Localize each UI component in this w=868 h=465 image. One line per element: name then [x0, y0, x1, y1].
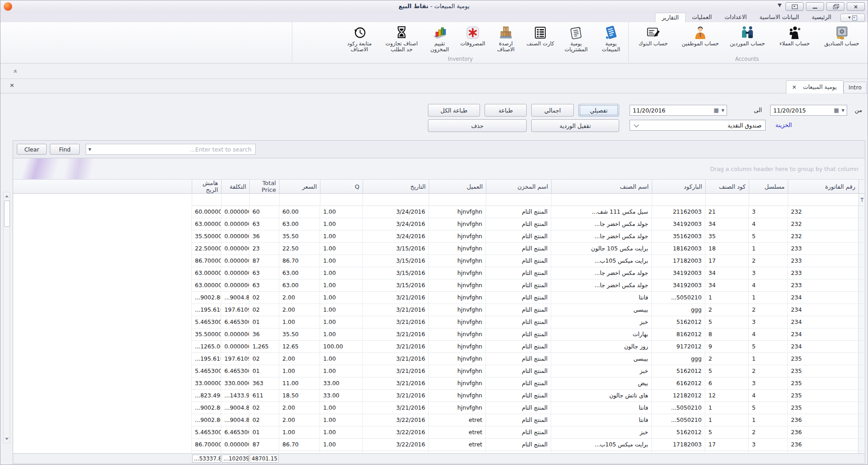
- restore-button[interactable]: [826, 2, 844, 11]
- filter-cell-price[interactable]: [279, 194, 320, 206]
- cell-date: 3/21/2016: [362, 292, 428, 304]
- close-shift-button[interactable]: تقفيل الوردية: [531, 119, 619, 132]
- table-row[interactable]: 23611...5050210فانتاالمنتج التامetret3/2…: [13, 414, 865, 426]
- ribbon-button-suppliers[interactable]: حساب الموردين: [724, 24, 771, 54]
- table-row[interactable]: 23343434192003جولد مكس اخضر جا...المنتج …: [13, 279, 865, 292]
- collapse-panel-icon[interactable]: «: [11, 67, 19, 75]
- ribbon-button-label: اصناف تجازوت حد الطلب: [385, 41, 418, 53]
- column-header-serial[interactable]: مسلسل: [749, 180, 788, 193]
- ribbon-tab-4[interactable]: التقارير: [655, 13, 686, 22]
- table-row[interactable]: 235366162012بيضالمنتج التامhjnvfghn3/21/…: [13, 377, 865, 390]
- scrollbar-thumb[interactable]: [4, 201, 10, 227]
- filter-cell-invoice[interactable]: [788, 194, 858, 206]
- delete-button[interactable]: حذف: [428, 119, 527, 132]
- column-header-warehouse[interactable]: اسم المخزن: [486, 180, 551, 193]
- table-row[interactable]: 234355162012خبزالمنتج التامhjnvfghn3/21/…: [13, 316, 865, 328]
- ribbon-button-sales-journal[interactable]: يومية المبيعات: [594, 24, 628, 54]
- column-header-customer[interactable]: العميل: [429, 180, 486, 193]
- filter-cell-item[interactable]: [551, 194, 652, 206]
- ribbon-tab-1[interactable]: البيانات الاساسية: [753, 13, 805, 22]
- chevron-down-icon[interactable]: ▼: [722, 108, 724, 113]
- minimize-button[interactable]: [806, 2, 824, 11]
- ribbon-button-expenses[interactable]: المصروفات: [456, 24, 490, 54]
- cell-total: 63: [249, 279, 279, 292]
- ribbon-button-banks[interactable]: حساب البنوك: [630, 24, 677, 54]
- filter-cell-code[interactable]: [705, 194, 749, 206]
- table-row[interactable]: 235255162012خبزالمنتج التامhjnvfghn3/21/…: [13, 365, 865, 377]
- filter-cell-date[interactable]: [363, 194, 429, 206]
- fullscreen-button[interactable]: [786, 2, 804, 11]
- find-button[interactable]: Find: [50, 144, 80, 155]
- table-row[interactable]: 23243434192003جولد مكس اخضر جا...المنتج …: [13, 218, 865, 230]
- ribbon-tab-2[interactable]: الاعدادات: [718, 13, 753, 22]
- ribbon-tab-3[interactable]: العمليات: [686, 13, 718, 22]
- ribbon-button-safe[interactable]: حساب الصناديق: [818, 24, 865, 54]
- filter-cell-margin[interactable]: [192, 194, 221, 206]
- table-row[interactable]: 23253535162003جولد مكس اخضر جا...المنتج …: [13, 230, 865, 243]
- column-header-price[interactable]: السعر: [279, 180, 320, 193]
- table-row[interactable]: 23631717182003برايت ميكس 105ب...المنتج ا…: [13, 439, 865, 451]
- filter-cell-cost[interactable]: [221, 194, 249, 206]
- ribbon-button-reorder-limit[interactable]: اصناف تجازوت حد الطلب: [380, 24, 423, 54]
- calendar-icon[interactable]: ▦: [714, 108, 719, 113]
- ribbon-button-employees[interactable]: حساب الموظفين: [677, 24, 724, 54]
- tab-sales-journal[interactable]: يومية المبيعات ×: [786, 80, 844, 93]
- column-header-code[interactable]: كود الصنف: [705, 180, 749, 193]
- table-row[interactable]: 234599172012روز جالونالمنتج التامhjnvfgh…: [13, 341, 865, 353]
- scroll-down-icon[interactable]: [4, 436, 10, 442]
- ribbon-tab-0[interactable]: الرئيسية: [805, 13, 838, 22]
- view-selector-button[interactable]: ▼: [840, 14, 865, 22]
- from-date-field[interactable]: 11/20/2015 ▦▼: [770, 105, 847, 116]
- filter-cell-customer[interactable]: [429, 194, 486, 206]
- table-row[interactable]: 234488162012بهاراتالمنتج التامhjnvfghn3/…: [13, 328, 865, 341]
- clear-button[interactable]: Clear: [17, 144, 47, 155]
- column-header-margin[interactable]: هامش الربح: [192, 180, 221, 193]
- column-header-total[interactable]: Total Price: [249, 180, 279, 193]
- table-row[interactable]: 23411...5050210فانتاالمنتج التامhjnvfghn…: [13, 292, 865, 304]
- filter-cell-warehouse[interactable]: [486, 194, 551, 206]
- filter-cell-q[interactable]: [320, 194, 363, 206]
- column-header-item[interactable]: اسم الصنف: [551, 180, 652, 193]
- ribbon-button-customers[interactable]: حساب العملاء: [771, 24, 818, 54]
- tab-intro[interactable]: Intro: [844, 82, 867, 93]
- group-by-panel[interactable]: Drag a column header here to group by th…: [13, 158, 865, 180]
- treasury-combobox[interactable]: صندوق النقدية: [630, 120, 766, 131]
- column-header-q[interactable]: Q: [320, 180, 363, 193]
- ribbon-button-item-balances[interactable]: ارصدة الاصناف: [490, 24, 522, 54]
- table-row[interactable]: 23311818162003برايت مكس 105 جالونالمنتج …: [13, 243, 865, 255]
- tabstrip-close-icon[interactable]: ×: [10, 82, 15, 88]
- search-input[interactable]: [86, 144, 256, 155]
- table-row[interactable]: 23232121162003سيل مكس 111 شف...المنتج ال…: [13, 206, 865, 218]
- table-row[interactable]: 23512gggبيبسىالمنتج التامhjnvfghn3/21/20…: [13, 353, 865, 365]
- chevron-down-icon[interactable]: ▼: [842, 108, 844, 113]
- column-header-cost[interactable]: التكلفة: [221, 180, 249, 193]
- column-header-date[interactable]: التاريخ: [363, 180, 429, 193]
- total-button[interactable]: اجمالي: [531, 104, 574, 117]
- print-all-button[interactable]: طباعة الكل: [428, 104, 480, 117]
- ribbon-button-stock-valuation[interactable]: تقييم المخزون: [423, 24, 456, 54]
- search-options-icon[interactable]: ▼: [88, 147, 91, 152]
- vertical-scrollbar[interactable]: [3, 192, 10, 443]
- to-date-field[interactable]: 11/20/2016 ▦▼: [630, 105, 727, 116]
- filter-cell-barcode[interactable]: [652, 194, 705, 206]
- column-header-barcode[interactable]: الباركود: [652, 180, 705, 193]
- ribbon-options-icon[interactable]: ▼: [777, 4, 782, 7]
- close-button[interactable]: ×: [847, 2, 865, 11]
- scroll-up-icon[interactable]: [4, 193, 10, 200]
- detailed-button[interactable]: تفصيلي: [578, 104, 619, 117]
- table-row[interactable]: 23551...5050210فانتاالمنتج التامhjnvfghn…: [13, 402, 865, 414]
- table-row[interactable]: 23422gggبيبسىالمنتج التامhjnvfghn3/21/20…: [13, 304, 865, 316]
- ribbon-button-item-card[interactable]: كارت الصنف: [522, 24, 558, 54]
- column-header-invoice[interactable]: رقم الفاتورة: [788, 180, 858, 193]
- table-row[interactable]: 23333434192003جولد مكس اخضر جا...المنتج …: [13, 267, 865, 279]
- filter-cell-serial[interactable]: [749, 194, 788, 206]
- filter-cell-total[interactable]: [249, 194, 279, 206]
- table-row[interactable]: 236255162012خبزالمنتج التامetret3/22/201…: [13, 426, 865, 439]
- print-button[interactable]: طباعة: [485, 104, 527, 117]
- ribbon-button-purchases-journal[interactable]: يومية المشتريات: [558, 24, 594, 54]
- ribbon-button-stagnant-items[interactable]: متابعة ركود الاصناف: [339, 24, 380, 54]
- calendar-icon[interactable]: ▦: [834, 108, 839, 113]
- table-row[interactable]: 23541212182012هاى تاتش جالونالمنتج التام…: [13, 390, 865, 402]
- table-row[interactable]: 23321717182003برايت ميكس 105ب...المنتج ا…: [13, 255, 865, 267]
- tab-close-icon[interactable]: ×: [792, 84, 796, 90]
